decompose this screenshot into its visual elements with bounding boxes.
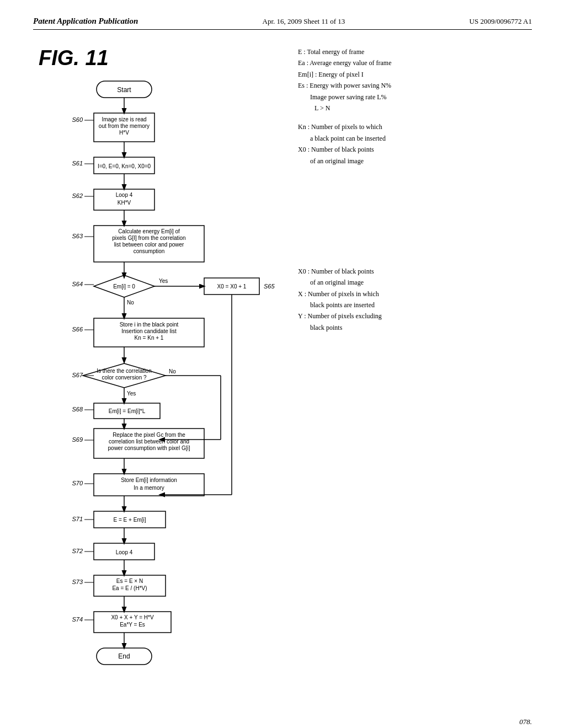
flowchart-svg: Start S60 Image size is read out from th… [33,76,276,721]
svg-text:S67: S67 [72,372,83,378]
svg-text:S60: S60 [72,116,83,123]
svg-text:S73: S73 [72,579,83,585]
svg-text:In a memory: In a memory [134,485,164,491]
flowchart-area: FIG. 11 Start S60 Image size is [33,46,287,721]
header-publication-type: Patent Application Publication [33,17,138,26]
legend-b4: black points are inserted [298,299,532,311]
svg-text:H*V: H*V [119,130,129,136]
legend-area: E : Total energy of frame Ea : Average e… [287,46,532,721]
svg-text:S71: S71 [72,516,83,522]
header: Patent Application Publication Apr. 16, … [33,17,532,30]
legend-top: E : Total energy of frame Ea : Average e… [298,46,532,167]
svg-text:Em[i] = Em[i]*L: Em[i] = Em[i]*L [109,408,146,414]
svg-text:S64: S64 [72,281,83,287]
legend-line-10: of an original image [298,156,532,167]
figure-label: FIG. 11 [39,46,287,70]
legend-line-8: a black point can be inserted [298,133,532,144]
svg-text:S69: S69 [72,436,83,443]
legend-line-7: Kn : Number of pixels to which [298,121,532,132]
svg-text:S66: S66 [72,326,83,333]
svg-text:KH*V: KH*V [118,200,131,206]
svg-text:Start: Start [117,86,131,94]
svg-text:Yes: Yes [127,390,136,397]
svg-text:S70: S70 [72,480,83,486]
legend-line-3: Em[i] : Energy of pixel I [298,69,532,80]
svg-text:list between color and power: list between color and power [114,242,184,248]
legend-b2: of an original image [298,277,532,288]
svg-text:Ea*Y = Es: Ea*Y = Es [120,622,145,628]
svg-text:S62: S62 [72,192,83,199]
svg-text:Insertion candidate list: Insertion candidate list [121,328,177,334]
svg-text:No: No [169,368,176,374]
svg-text:Calculate energy Em[i] of: Calculate energy Em[i] of [118,228,180,234]
svg-text:Loop 4: Loop 4 [116,549,133,555]
legend-line-9: X0 : Number of black points [298,144,532,155]
svg-text:Image size is read: Image size is read [102,116,146,122]
svg-text:E = E + Em[i]: E = E + Em[i] [114,517,146,523]
legend-line-5: Image power saving rate L% [298,92,532,103]
svg-text:I=0, E=0, Kn=0, X0=0: I=0, E=0, Kn=0, X0=0 [98,163,151,169]
main-content: FIG. 11 Start S60 Image size is [33,46,532,721]
header-date-sheet: Apr. 16, 2009 Sheet 11 of 13 [263,17,345,26]
svg-text:S68: S68 [72,406,83,413]
legend-b3: X : Number of pixels in which [298,288,532,299]
svg-text:Store i in the black point: Store i in the black point [120,322,179,328]
svg-text:power consumption with pixel G: power consumption with pixel G[i] [108,445,190,451]
legend-b1: X0 : Number of black points [298,266,532,277]
svg-text:Replace the pixel Gc from the: Replace the pixel Gc from the [113,432,185,438]
legend-line-1: E : Total energy of frame [298,46,532,57]
page-number: 078. [519,718,532,726]
svg-text:X0 + X + Y = H*V: X0 + X + Y = H*V [111,614,154,620]
svg-text:color conversion ?: color conversion ? [102,374,147,381]
svg-text:Loop 4: Loop 4 [116,192,133,198]
svg-text:Is there the correlation: Is there the correlation [97,368,152,374]
legend-line-6: L > N [298,103,532,114]
svg-text:S63: S63 [72,233,83,239]
svg-text:S61: S61 [72,160,83,167]
page: Patent Application Publication Apr. 16, … [0,0,565,728]
svg-text:Es = E × N: Es = E × N [116,578,143,584]
svg-text:Store Em[i] information: Store Em[i] information [121,477,177,483]
svg-text:Em[i] = 0: Em[i] = 0 [113,283,135,290]
svg-text:out from the memory: out from the memory [99,123,150,129]
svg-text:Ea = E / (H*V): Ea = E / (H*V) [112,585,147,591]
svg-text:S65: S65 [264,283,275,290]
legend-b6: black points [298,322,532,333]
svg-text:S72: S72 [72,548,83,554]
legend-b5: Y : Number of pixels excluding [298,311,532,322]
svg-text:consumption: consumption [134,248,165,254]
svg-text:End: End [118,652,130,660]
svg-text:pixels G[I] from the correlati: pixels G[I] from the correlation [112,235,185,241]
svg-text:X0 = X0 + 1: X0 = X0 + 1 [217,283,247,290]
svg-text:Yes: Yes [159,278,168,284]
legend-bottom: X0 : Number of black points of an origin… [298,266,532,333]
svg-text:S74: S74 [72,616,83,623]
svg-text:No: No [127,299,134,306]
header-patent-number: US 2009/0096772 A1 [470,17,532,26]
svg-text:correlation list between color: correlation list between color and [109,438,189,445]
legend-line-4: Es : Energy with power saving N% [298,80,532,91]
svg-text:Kn = Kn + 1: Kn = Kn + 1 [135,335,164,341]
legend-line-2: Ea : Average energy value of frame [298,57,532,68]
